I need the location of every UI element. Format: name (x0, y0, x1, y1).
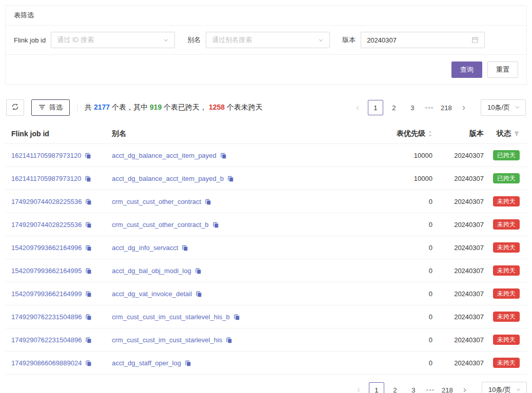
col-version: 版本 (432, 129, 484, 138)
status-cell: 未跨天 (484, 242, 520, 253)
alias-link[interactable]: acct_dg_vat_invoice_detail (112, 290, 192, 298)
version-cell: 20240307 (432, 175, 484, 182)
copy-icon[interactable] (205, 198, 211, 205)
version-cell: 20240307 (432, 198, 484, 205)
filter-actions: 查询 重置 (6, 55, 526, 85)
copy-icon[interactable] (195, 267, 202, 274)
status-cell: 未跨天 (484, 312, 520, 322)
flink-job-id-cell: 1749290866069889024 (11, 359, 112, 367)
copy-icon[interactable] (85, 152, 91, 159)
copy-icon[interactable] (85, 360, 92, 366)
flink-job-id-link[interactable]: 1621411705987973120 (11, 152, 81, 159)
page-button-3[interactable]: 3 (405, 100, 420, 115)
filter-funnel-icon[interactable] (514, 131, 520, 137)
flink-job-id-link[interactable]: 1542097993662164996 (11, 244, 82, 252)
copy-icon[interactable] (85, 244, 92, 251)
page-button-2[interactable]: 2 (386, 100, 402, 115)
prev-page-button[interactable] (352, 382, 366, 393)
page-button-2[interactable]: 2 (387, 382, 403, 393)
alias-link[interactable]: crm_cust_cust_other_contract_b (112, 221, 209, 229)
alias-link[interactable]: crm_cust_cust_im_cust_starlevel_his (112, 336, 222, 344)
version-date-input[interactable]: 20240307 (361, 32, 485, 48)
version-cell: 20240307 (432, 313, 484, 321)
priority-cell: 0 (371, 336, 432, 344)
copy-icon[interactable] (220, 152, 227, 159)
table-body: 1621411705987973120acct_dg_balance_acct_… (5, 144, 527, 375)
page-ellipsis[interactable]: ••• (424, 386, 437, 393)
next-page-button[interactable] (457, 100, 470, 115)
filter-toggle-button[interactable]: 筛选 (31, 99, 70, 116)
copy-icon[interactable] (227, 175, 234, 182)
table-row: 1749290762231504896crm_cust_cust_im_cust… (5, 328, 527, 351)
vertical-divider (77, 103, 77, 112)
flink-job-id-link[interactable]: 1542097993662164995 (11, 267, 82, 275)
refresh-button[interactable] (6, 99, 24, 116)
alias-select[interactable]: 通过别名搜索 (206, 32, 330, 48)
next-page-button[interactable] (458, 382, 471, 393)
flink-job-id-link[interactable]: 1621411705987973120 (11, 175, 81, 182)
flink-job-id-link[interactable]: 1749290762231504896 (11, 336, 82, 344)
summary-mid2: 个表已跨天， (162, 103, 209, 111)
flink-job-id-link[interactable]: 1749290744028225536 (11, 198, 82, 205)
version-cell: 20240307 (432, 290, 484, 298)
alias-link[interactable]: crm_cust_cust_other_contract (112, 198, 201, 205)
alias-link[interactable]: acct_dg_info_servacct (112, 244, 178, 252)
copy-icon[interactable] (85, 221, 92, 228)
copy-icon[interactable] (226, 337, 232, 343)
search-button[interactable]: 查询 (451, 61, 482, 78)
alias-link[interactable]: acct_dg_balance_acct_item_payed (112, 152, 216, 159)
status-cell: 未跨天 (484, 358, 520, 368)
col-priority-label: 表优先级 (397, 129, 425, 138)
copy-icon[interactable] (85, 314, 92, 320)
alias-cell: acct_dg_bal_obj_modi_log (112, 267, 371, 275)
version-cell: 20240307 (432, 267, 484, 275)
reset-button[interactable]: 重置 (487, 61, 518, 78)
version-cell: 20240307 (432, 221, 484, 229)
col-status[interactable]: 状态 (484, 129, 520, 138)
page-ellipsis[interactable]: ••• (423, 104, 436, 112)
copy-icon[interactable] (182, 244, 188, 251)
copy-icon[interactable] (212, 221, 219, 228)
page-button-1[interactable]: 1 (369, 382, 384, 393)
alias-link[interactable]: acct_dg_balance_acct_item_payed_b (112, 175, 224, 182)
flink-job-id-link[interactable]: 1749290866069889024 (11, 359, 82, 367)
copy-icon[interactable] (85, 337, 92, 343)
priority-cell: 0 (371, 267, 432, 275)
col-priority[interactable]: 表优先级 (371, 129, 432, 138)
page-button-1[interactable]: 1 (368, 100, 383, 115)
alias-link[interactable]: acct_dg_staff_oper_log (112, 359, 181, 367)
alias-link[interactable]: acct_dg_bal_obj_modi_log (112, 267, 191, 275)
page-button-218[interactable]: 218 (439, 100, 454, 115)
alias-link[interactable]: crm_cust_cust_im_cust_starlevel_his_b (112, 313, 230, 321)
flink-job-id-cell: 1749290744028225536 (11, 221, 112, 229)
flink-job-id-cell: 1542097993662164999 (11, 290, 112, 298)
page-size-select[interactable]: 10条/页 (482, 382, 527, 393)
page: 表筛选 Flink job id 通过 ID 搜索 别名 通过别名搜索 (0, 0, 532, 393)
page-button-218[interactable]: 218 (440, 382, 455, 393)
flink-job-id-link[interactable]: 1749290744028225536 (11, 221, 82, 229)
copy-icon[interactable] (85, 267, 92, 274)
sort-icon[interactable] (428, 130, 432, 137)
copy-icon[interactable] (195, 291, 202, 297)
priority-cell: 0 (371, 313, 432, 321)
table: Flink job id 别名 表优先级 版本 状态 1621411705987… (5, 123, 527, 375)
copy-icon[interactable] (85, 198, 92, 205)
priority-cell: 0 (371, 290, 432, 298)
version-cell: 20240307 (432, 336, 484, 344)
flink-job-id-link[interactable]: 1542097993662164999 (11, 290, 82, 298)
copy-icon[interactable] (85, 291, 92, 297)
page-size-select[interactable]: 10条/页 (481, 99, 526, 116)
status-cell: 未跨天 (484, 196, 520, 206)
table-row: 1749290762231504896crm_cust_cust_im_cust… (5, 305, 527, 328)
page-button-3[interactable]: 3 (406, 382, 421, 393)
flink-job-id-select[interactable]: 通过 ID 搜索 (51, 32, 175, 48)
copy-icon[interactable] (233, 314, 240, 320)
prev-page-button[interactable] (351, 100, 365, 115)
alias-cell: crm_cust_cust_other_contract_b (112, 221, 371, 229)
alias-cell: acct_dg_balance_acct_item_payed (112, 152, 371, 159)
flink-job-id-placeholder: 通过 ID 搜索 (57, 35, 94, 45)
copy-icon[interactable] (185, 360, 191, 366)
uncrossed-count: 1258 (209, 103, 225, 111)
flink-job-id-link[interactable]: 1749290762231504896 (11, 313, 82, 321)
copy-icon[interactable] (85, 175, 91, 182)
